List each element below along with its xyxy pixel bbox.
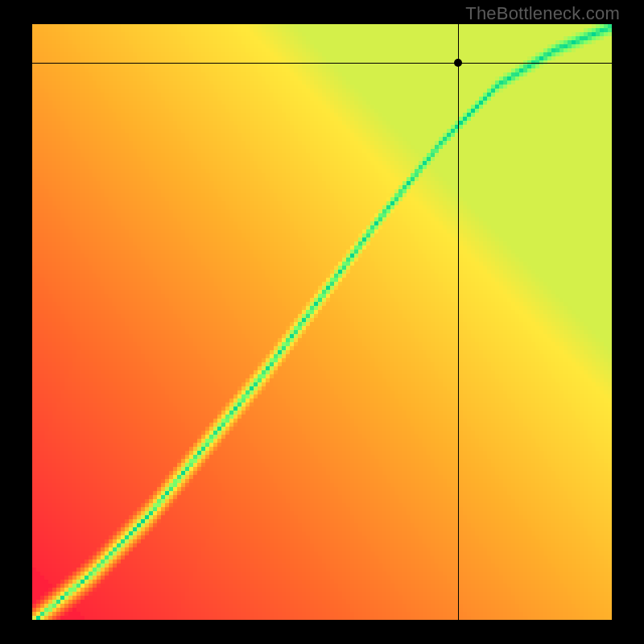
crosshair-vertical xyxy=(458,24,459,620)
crosshair-dot xyxy=(454,59,462,67)
crosshair-horizontal xyxy=(32,63,612,64)
heatmap-canvas xyxy=(32,24,612,620)
chart-container: TheBottleneck.com xyxy=(0,0,644,644)
watermark-text: TheBottleneck.com xyxy=(465,3,620,24)
plot-area xyxy=(32,24,612,620)
